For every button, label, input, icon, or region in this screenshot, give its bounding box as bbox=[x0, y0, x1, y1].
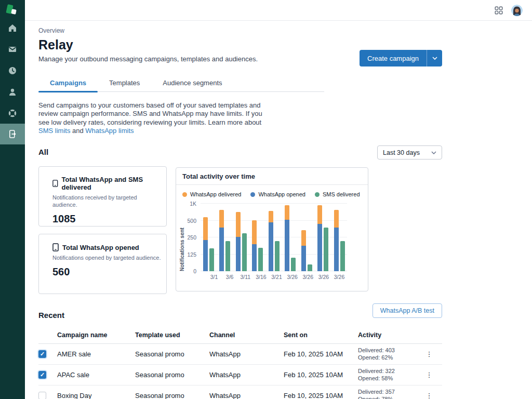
create-campaign-split-button: Create campaign bbox=[360, 50, 442, 66]
sms-bar bbox=[291, 258, 296, 271]
stat-card-title: Total WhatsApp and SMS delivered bbox=[62, 176, 161, 191]
chevron-down-icon bbox=[431, 151, 436, 155]
legend-dot-orange bbox=[182, 192, 187, 197]
tab-templates[interactable]: Templates bbox=[98, 76, 151, 91]
stacked-bar bbox=[317, 204, 322, 271]
sms-bar bbox=[324, 228, 328, 272]
sms-bar bbox=[225, 241, 230, 272]
x-tick-label: 3/1 bbox=[207, 274, 221, 280]
intro-separator: and bbox=[70, 127, 85, 135]
intro-paragraph: Send campaigns to your customers based o… bbox=[38, 101, 263, 135]
tab-campaigns[interactable]: Campaigns bbox=[38, 76, 98, 91]
page-subtitle: Manage your outbound messaging campaigns… bbox=[38, 55, 258, 63]
sent-on-cell: Feb 10, 2025 10AM bbox=[284, 365, 358, 385]
chart-title: Total activity over time bbox=[176, 168, 368, 185]
table-row: Boxing DaySeasonal promoWhatsAppFeb 10, … bbox=[38, 385, 442, 399]
channel-cell: WhatsApp bbox=[209, 365, 284, 385]
campaign-name-cell: AMER sale bbox=[57, 344, 135, 365]
stat-card-title: Total WhatsApp opened bbox=[62, 244, 139, 251]
stacked-bar bbox=[252, 204, 257, 271]
sms-bar bbox=[242, 233, 247, 271]
col-header-menu-spacer bbox=[420, 328, 442, 344]
chevron-down-icon bbox=[432, 56, 437, 60]
y-tick-label: 250 bbox=[187, 234, 196, 241]
header-checkbox-spacer bbox=[38, 328, 57, 344]
section-title-all: All bbox=[38, 148, 48, 156]
intro-text: Send campaigns to your customers based o… bbox=[38, 101, 262, 126]
col-header-activity: Activity bbox=[358, 328, 420, 344]
date-range-value: Last 30 days bbox=[383, 149, 420, 156]
legend-label: WhatsApp opened bbox=[258, 191, 305, 197]
row-checkbox[interactable]: ✓ bbox=[38, 350, 46, 358]
stacked-bar bbox=[236, 204, 241, 271]
clock-icon[interactable] bbox=[0, 60, 25, 81]
row-menu-button[interactable]: ⋮ bbox=[420, 344, 442, 365]
bar-group bbox=[332, 204, 346, 271]
col-header-channel: Channel bbox=[209, 328, 284, 344]
sms-bar bbox=[209, 248, 214, 271]
bar-group bbox=[234, 204, 248, 271]
bar-group bbox=[267, 204, 281, 271]
support-icon[interactable] bbox=[0, 102, 25, 124]
table-row: ✓AMER saleSeasonal promoWhatsAppFeb 10, … bbox=[38, 344, 442, 365]
y-tick-label: 1K bbox=[190, 201, 196, 207]
user-icon[interactable] bbox=[0, 81, 25, 102]
date-range-select[interactable]: Last 30 days bbox=[377, 145, 442, 159]
bar-group bbox=[284, 204, 297, 271]
home-icon[interactable] bbox=[0, 17, 25, 38]
table-row: ✓APAC saleSeasonal promoWhatsAppFeb 10, … bbox=[38, 365, 442, 385]
mail-icon[interactable] bbox=[0, 38, 25, 60]
y-tick-label: 125 bbox=[187, 251, 196, 258]
campaigns-export-icon[interactable] bbox=[0, 124, 25, 144]
template-used-cell: Seasonal promo bbox=[135, 344, 209, 365]
delivered-stat: Delivered: 403 bbox=[358, 347, 416, 354]
tab-bar: Campaigns Templates Audience segments bbox=[38, 76, 324, 92]
stacked-bar bbox=[269, 204, 273, 271]
template-used-cell: Seasonal promo bbox=[135, 385, 209, 399]
activity-chart-card: Total activity over time WhatsApp delive… bbox=[176, 167, 368, 291]
create-campaign-dropdown-button[interactable] bbox=[427, 50, 442, 66]
stat-card-value: 560 bbox=[52, 266, 161, 278]
legend-dot-blue bbox=[250, 192, 255, 197]
stacked-bar bbox=[285, 204, 289, 271]
row-checkbox[interactable] bbox=[38, 392, 46, 399]
apps-grid-icon[interactable] bbox=[495, 6, 503, 15]
col-header-sent-on: Sent on bbox=[284, 328, 358, 344]
y-axis-label: Notifications sent bbox=[179, 204, 185, 271]
row-checkbox[interactable]: ✓ bbox=[38, 371, 46, 379]
legend-item-whatsapp-delivered: WhatsApp delivered bbox=[182, 191, 241, 197]
sidebar bbox=[0, 0, 25, 399]
stacked-bar bbox=[334, 204, 339, 271]
brand-logo-icon[interactable] bbox=[6, 5, 19, 17]
bar-group bbox=[218, 204, 232, 271]
legend-item-sms-delivered: SMS delivered bbox=[315, 191, 360, 197]
stat-card-description: Notifications received by targeted audie… bbox=[52, 194, 146, 208]
relay-dashboard: Overview Relay Manage your outbound mess… bbox=[0, 0, 532, 399]
table-header-row: Campaign name Template used Channel Sent… bbox=[38, 328, 442, 344]
row-menu-button[interactable]: ⋮ bbox=[420, 365, 442, 385]
x-tick-label: 3/26 bbox=[301, 274, 315, 280]
user-avatar[interactable] bbox=[511, 5, 523, 16]
stacked-bar bbox=[219, 204, 224, 271]
whatsapp-ab-test-button[interactable]: WhatsApp A/B test bbox=[373, 303, 442, 318]
y-tick-label: 500 bbox=[187, 218, 196, 224]
bar-group bbox=[251, 204, 264, 271]
bar-group bbox=[300, 204, 313, 271]
x-tick-label: 3/26 bbox=[286, 274, 299, 280]
main-content: Overview Relay Manage your outbound mess… bbox=[38, 0, 442, 399]
opened-stat: Opened: 62% bbox=[358, 354, 416, 362]
activity-cell: Delivered: 403Opened: 62% bbox=[358, 344, 420, 365]
breadcrumb[interactable]: Overview bbox=[38, 27, 64, 34]
phone-icon bbox=[52, 243, 59, 251]
sms-limits-link[interactable]: SMS limits bbox=[38, 127, 70, 135]
create-campaign-button[interactable]: Create campaign bbox=[360, 50, 427, 66]
row-menu-button[interactable]: ⋮ bbox=[420, 385, 442, 399]
whatsapp-limits-link[interactable]: WhatsApp limits bbox=[85, 127, 134, 135]
activity-cell: Delivered: 357Opened: 78% bbox=[358, 385, 420, 399]
tab-audience-segments[interactable]: Audience segments bbox=[151, 76, 233, 91]
col-header-template-used: Template used bbox=[135, 328, 209, 344]
sent-on-cell: Feb 10, 2025 10AM bbox=[284, 385, 358, 399]
stat-card-delivered: Total WhatsApp and SMS delivered Notific… bbox=[38, 166, 167, 227]
stat-card-opened: Total WhatsApp opened Notifications open… bbox=[38, 234, 167, 294]
stat-card-description: Notifications opened by targeted audienc… bbox=[52, 254, 161, 261]
